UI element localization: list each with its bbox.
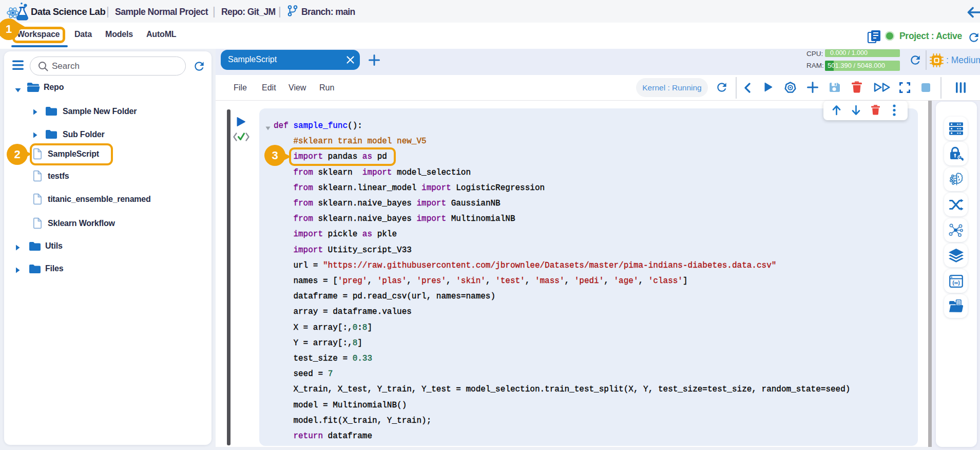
svg-text:(∞): (∞): [952, 279, 959, 286]
